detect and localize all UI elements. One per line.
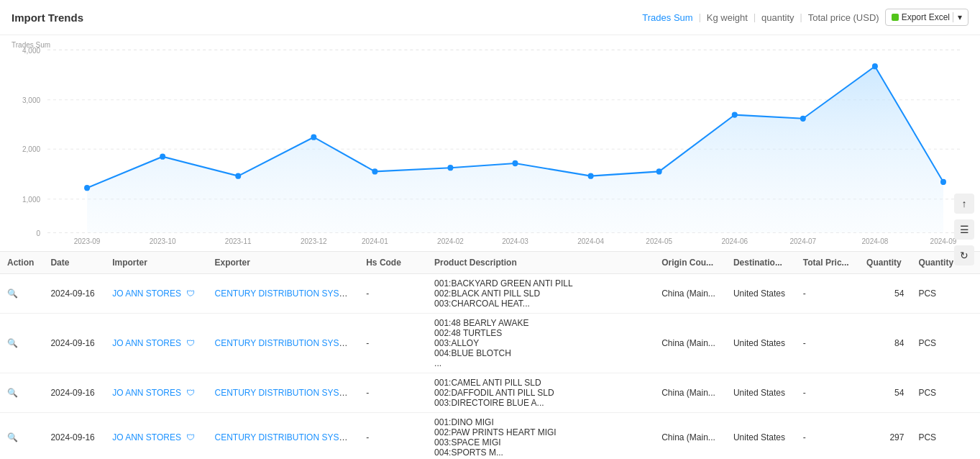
svg-text:2024-03: 2024-03 — [502, 237, 528, 244]
action-cell[interactable]: 🔍 — [0, 314, 43, 373]
hs-code-cell: - — [359, 373, 427, 413]
qty-unit-cell: PCS — [911, 413, 980, 460]
col-total-price: Total Pric... — [796, 252, 859, 274]
col-destination: Destinatio... — [726, 252, 796, 274]
total-price-link[interactable]: Total price (USD) — [808, 12, 879, 23]
svg-text:2023-09: 2023-09 — [74, 237, 101, 244]
svg-point-30 — [513, 160, 518, 166]
date-cell: 2024-09-16 — [43, 373, 105, 413]
svg-text:2024-01: 2024-01 — [362, 237, 388, 244]
col-exporter: Exporter — [208, 252, 360, 274]
svg-point-32 — [656, 168, 662, 174]
svg-point-24 — [84, 185, 90, 191]
origin-cell: China (Main... — [654, 274, 726, 314]
product-desc-cell: 001:48 BEARLY AWAKE 002:48 TURTLES 003:A… — [427, 314, 654, 373]
exporter-cell[interactable]: CENTURY DISTRIBUTION SYSTEMS SH... 🛡 — [208, 413, 360, 460]
svg-point-36 — [940, 179, 946, 185]
total-price-cell: - — [796, 274, 859, 314]
export-dropdown-arrow[interactable]: ▾ — [953, 12, 962, 22]
importer-cell[interactable]: JO ANN STORES 🛡 — [105, 314, 207, 373]
destination-cell: United States — [726, 373, 796, 413]
svg-text:2024-05: 2024-05 — [646, 237, 672, 244]
qty-unit-cell: PCS — [911, 314, 980, 373]
data-table-container: Action Date Importer Exporter Hs Code Pr… — [0, 251, 980, 459]
product-desc-cell: 001:DINO MIGI 002:PAW PRINTS HEART MIGI … — [427, 413, 654, 460]
total-price-cell: - — [796, 373, 859, 413]
table-header: Action Date Importer Exporter Hs Code Pr… — [0, 252, 980, 274]
table-row: 🔍 2024-09-16 JO ANN STORES 🛡 CENTURY DIS… — [0, 314, 980, 373]
col-quantity: Quantity — [859, 252, 911, 274]
importer-cell[interactable]: JO ANN STORES 🛡 — [105, 373, 207, 413]
trades-sum-link[interactable]: Trades Sum — [642, 12, 692, 23]
svg-point-25 — [160, 154, 165, 160]
destination-cell: United States — [726, 274, 796, 314]
table-row: 🔍 2024-09-16 JO ANN STORES 🛡 CENTURY DIS… — [0, 373, 980, 413]
svg-text:2024-07: 2024-07 — [789, 237, 816, 244]
date-cell: 2024-09-16 — [43, 314, 105, 373]
sidebar-icons: ↑ ☰ ↻ — [948, 188, 980, 271]
svg-text:2024-04: 2024-04 — [577, 237, 604, 244]
hs-code-cell: - — [359, 413, 427, 460]
col-origin: Origin Cou... — [654, 252, 726, 274]
svg-point-33 — [732, 112, 738, 117]
page-title: Import Trends — [12, 12, 642, 24]
svg-point-34 — [800, 116, 806, 122]
quantity-cell: 54 — [859, 274, 911, 314]
origin-cell: China (Main... — [654, 373, 726, 413]
action-cell[interactable]: 🔍 — [0, 274, 43, 314]
hs-code-cell: - — [359, 314, 427, 373]
quantity-cell: 297 — [859, 413, 911, 460]
svg-point-26 — [235, 173, 241, 178]
col-date: Date — [43, 252, 105, 274]
action-cell[interactable]: 🔍 — [0, 373, 43, 413]
svg-text:2,000: 2,000 — [22, 145, 40, 153]
svg-text:2024-06: 2024-06 — [721, 237, 748, 244]
quantity-link[interactable]: quantity — [761, 12, 794, 23]
svg-text:2023-11: 2023-11 — [225, 237, 252, 244]
col-importer: Importer — [105, 252, 207, 274]
svg-text:3,000: 3,000 — [22, 96, 40, 104]
export-excel-button[interactable]: Export Excel ▾ — [885, 9, 968, 26]
exporter-cell[interactable]: CENTURY DISTRIBUTION SYSTEMS SH... 🛡 — [208, 373, 360, 413]
table-row: 🔍 2024-09-16 JO ANN STORES 🛡 CENTURY DIS… — [0, 413, 980, 460]
exporter-cell[interactable]: CENTURY DISTRIBUTION SYSTEMS SH... 🛡 — [208, 274, 360, 314]
hs-code-cell: - — [359, 274, 427, 314]
import-trends-table: Action Date Importer Exporter Hs Code Pr… — [0, 251, 980, 459]
importer-cell[interactable]: JO ANN STORES 🛡 — [105, 274, 207, 314]
svg-point-27 — [311, 135, 316, 140]
svg-point-35 — [872, 63, 878, 69]
date-cell: 2024-09-16 — [43, 274, 105, 314]
total-price-cell: - — [796, 413, 859, 460]
svg-point-31 — [588, 173, 594, 178]
action-cell[interactable]: 🔍 — [0, 413, 43, 460]
importer-cell[interactable]: JO ANN STORES 🛡 — [105, 413, 207, 460]
table-row: 🔍 2024-09-16 JO ANN STORES 🛡 CENTURY DIS… — [0, 274, 980, 314]
sidebar-list-icon[interactable]: ☰ — [954, 219, 974, 240]
sidebar-up-icon[interactable]: ↑ — [954, 194, 974, 214]
table-body: 🔍 2024-09-16 JO ANN STORES 🛡 CENTURY DIS… — [0, 274, 980, 460]
svg-point-28 — [372, 168, 377, 174]
product-desc-cell: 001:BACKYARD GREEN ANTI PILL 002:BLACK A… — [427, 274, 654, 314]
trend-chart: 4,000 3,000 2,000 1,000 0 2023-09 2023-1… — [12, 42, 968, 244]
svg-text:2024-02: 2024-02 — [437, 237, 464, 244]
total-price-cell: - — [796, 314, 859, 373]
product-desc-cell: 001:CAMEL ANTI PILL SLD 002:DAFFODIL ANT… — [427, 373, 654, 413]
svg-text:0: 0 — [36, 229, 40, 237]
destination-cell: United States — [726, 314, 796, 373]
col-product-desc: Product Description — [427, 252, 654, 274]
qty-unit-cell: PCS — [911, 274, 980, 314]
header-controls: Trades Sum | Kg weight | quantity | Tota… — [642, 9, 968, 26]
svg-text:2023-10: 2023-10 — [150, 237, 176, 244]
quantity-cell: 54 — [859, 373, 911, 413]
chart-container: Trades Sum 4,000 3,000 2,000 1,000 0 202… — [0, 35, 980, 251]
exporter-cell[interactable]: CENTURY DISTRIBUTION SYSTEMS SH... 🛡 — [208, 314, 360, 373]
svg-text:1,000: 1,000 — [22, 196, 40, 204]
date-cell: 2024-09-16 — [43, 413, 105, 460]
destination-cell: United States — [726, 413, 796, 460]
origin-cell: China (Main... — [654, 314, 726, 373]
sidebar-refresh-icon[interactable]: ↻ — [954, 245, 974, 265]
svg-text:2023-12: 2023-12 — [301, 237, 327, 244]
col-hs-code: Hs Code — [359, 252, 427, 274]
qty-unit-cell: PCS — [911, 373, 980, 413]
kg-weight-link[interactable]: Kg weight — [707, 12, 748, 23]
